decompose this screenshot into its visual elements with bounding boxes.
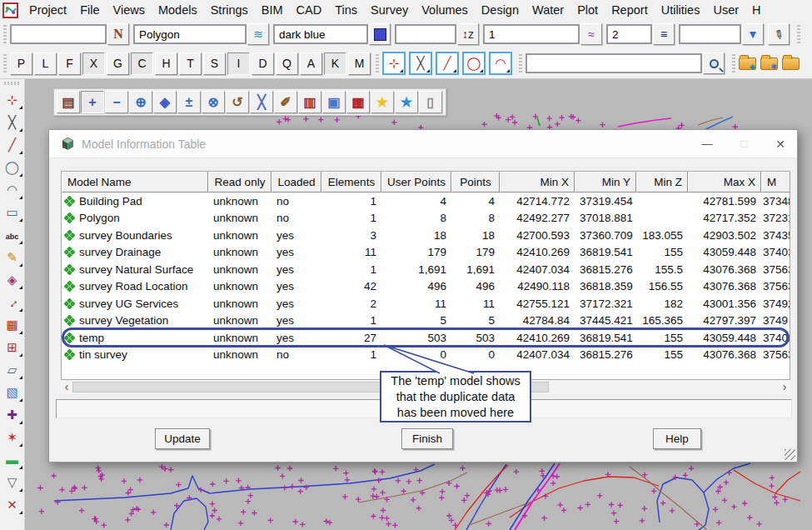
column-header-max-x[interactable]: Max X [688,172,761,192]
colour-line-button[interactable]: ▬ [2,448,23,470]
snap-intersection-button[interactable]: ╳ [409,52,432,75]
layers-icon[interactable]: ≋ [247,23,269,45]
mode-button-x[interactable]: X [82,52,105,75]
model-row-survey-boundaries[interactable]: survey Boundariesunknownyes3181842700.59… [62,227,790,244]
model-row-survey-drainage[interactable]: survey Drainageunknownyes1117917942410.2… [62,244,790,262]
model-row-tin-survey[interactable]: tin surveyunknownno10042407.03436815.276… [62,347,790,364]
name-n-icon[interactable]: N [107,23,129,45]
line-style-icon[interactable]: ≡ [653,23,675,45]
menu-cad[interactable]: CAD [290,1,329,19]
colour-field[interactable] [273,24,368,44]
shield-tool-button[interactable]: ▽ [2,471,23,492]
snap-intersection-button[interactable]: ╳ [2,111,23,132]
snap-arc-button[interactable]: ◠ [489,52,512,75]
model-row-survey-ug-services[interactable]: survey UG Servicesunknownyes2111142755.1… [62,295,790,312]
mode-button-s[interactable]: S [203,52,226,75]
model-row-building-pad[interactable]: Building Padunknownno14442714.77237319.4… [62,192,790,210]
toolbar-grip[interactable] [732,54,735,72]
create-circle-button[interactable]: ◯ [2,156,23,178]
column-header-points[interactable]: Points [451,172,500,192]
menu-volumes[interactable]: Volumes [415,1,475,19]
dialog-titlebar[interactable]: Model Information Table — □ ✕ [49,130,797,158]
mode-button-m[interactable]: M [348,52,371,75]
column-header-min-y[interactable]: Min Y [575,172,636,192]
mode-button-h[interactable]: H [155,52,177,75]
mode-button-i[interactable]: I [227,52,250,75]
profile-icon[interactable]: ≈ [580,23,602,45]
menu-tins[interactable]: Tins [328,1,364,19]
menu-report[interactable]: Report [605,1,655,19]
column-header-read-only[interactable]: Read only [208,172,271,192]
eyedropper-icon[interactable]: ✐ [768,23,790,45]
symbol-field[interactable] [679,24,741,44]
minimize-button[interactable]: — [701,138,712,150]
open-project-folder-icon[interactable]: ◆ [739,58,756,70]
create-rectangle-button[interactable]: ▭ [2,201,23,222]
pan-button[interactable]: ◈ [153,91,177,113]
toolbar-grip[interactable] [797,25,800,43]
zoom-out-button[interactable]: − [105,91,128,113]
menu-bim[interactable]: BIM [255,1,290,19]
copy-view-button[interactable]: ▣ [322,91,346,113]
mode-button-g[interactable]: G [107,52,129,75]
menu-utilities[interactable]: Utilities [655,1,707,19]
toolbar-grip[interactable] [4,82,21,85]
mode-button-p[interactable]: P [10,52,32,75]
column-header-loaded[interactable]: Loaded [271,172,321,192]
mode-button-c[interactable]: C [131,52,153,75]
toolbar-grip[interactable] [3,54,7,72]
mode-button-k[interactable]: K [324,52,346,75]
menu-views[interactable]: Views [107,1,152,19]
menu-h[interactable]: H [745,1,767,19]
finish-button[interactable]: Finish [401,428,453,449]
model-row-polygon[interactable]: Polygonunknownno18842492.27737018.881427… [62,210,790,228]
image-tool-button[interactable]: ▧ [2,381,23,402]
star-yellow-button[interactable]: ★ [371,91,394,113]
create-line-button[interactable]: ╱ [2,133,23,155]
pane-button[interactable]: ▯ [419,91,442,113]
print-button[interactable]: ▥ [298,91,321,113]
mode-button-a[interactable]: A [300,52,322,75]
z-value-icon[interactable]: ↕z [457,23,479,45]
help-button[interactable]: Help [653,428,701,449]
toolbar-grip[interactable] [376,54,379,72]
resize-grip[interactable] [785,449,795,460]
menu-plot[interactable]: Plot [570,1,605,19]
model-row-survey-road-location[interactable]: survey Road Locationunknownyes4249649642… [62,278,790,296]
model-row-survey-vegetation[interactable]: survey Vegetationunknownyes15542784.8437… [62,312,790,330]
sheet-grid-button[interactable]: ▦ [346,91,370,113]
menu-models[interactable]: Models [152,1,204,19]
create-text-button[interactable]: abc [2,223,23,245]
line-weight-field[interactable] [483,24,580,44]
search-button[interactable] [703,52,725,74]
create-arc-button[interactable]: ◠ [2,178,23,200]
toolbar-grip[interactable] [519,54,522,72]
point-delete-button[interactable]: ✕ [2,493,23,515]
mode-button-d[interactable]: D [252,52,274,75]
text-style-field[interactable] [10,24,107,44]
mode-button-f[interactable]: F [58,52,81,75]
search-input[interactable] [526,53,702,73]
app-icon[interactable] [2,2,21,18]
column-header-elements[interactable]: Elements [321,172,381,192]
model-row-temp[interactable]: tempunknownyes2750350342410.26936819.541… [62,329,790,347]
toolbar-grip[interactable] [3,25,7,43]
new-window-button[interactable]: ⊞ [2,336,23,358]
snap-point-button[interactable]: ⊹ [2,88,23,110]
snap-point-button[interactable]: ⊹ [382,52,406,75]
menu-survey[interactable]: Survey [364,1,415,19]
menu-design[interactable]: Design [475,1,526,19]
maximize-button[interactable]: □ [740,138,747,150]
column-header-min-z[interactable]: Min Z [636,172,688,192]
menu-user[interactable]: User [706,1,745,19]
mode-button-t[interactable]: T [179,52,202,75]
snap-circle-button[interactable]: ◯ [462,52,486,75]
column-header-model-name[interactable]: Model Name [62,172,208,192]
colour-swatch-icon[interactable] [369,23,391,45]
polygon-tool-button[interactable]: ▱ [2,358,23,380]
mode-button-l[interactable]: L [34,52,57,75]
column-header-m[interactable]: M [761,172,790,192]
plot-sheet-button[interactable]: ▤ [57,91,80,113]
line-width-field[interactable] [606,24,652,44]
edit-pencil-button[interactable]: ✎ [2,246,23,268]
